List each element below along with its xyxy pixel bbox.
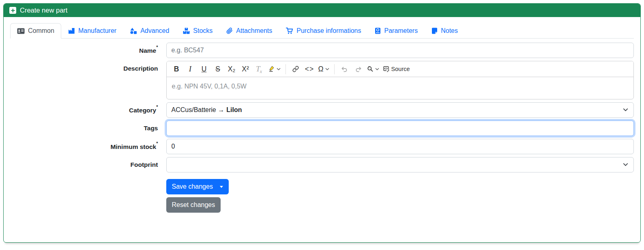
highlight-button[interactable] bbox=[266, 63, 282, 75]
tab-label: Notes bbox=[441, 27, 458, 34]
undo-button[interactable] bbox=[338, 63, 351, 75]
category-value: ACCus/Batterie → bbox=[172, 106, 225, 114]
minimum-stock-row: Minimum stock* bbox=[10, 139, 634, 154]
code-button[interactable]: <> bbox=[303, 63, 316, 75]
strikethrough-button[interactable]: S bbox=[211, 63, 225, 75]
remove-format-button[interactable]: Tx bbox=[253, 63, 266, 75]
card-header: Create new part bbox=[4, 4, 640, 17]
editor-toolbar: B I U S X₂ X² Tx bbox=[167, 61, 634, 77]
description-row: Description B I U S X₂ X² Tx bbox=[10, 61, 634, 99]
superscript-button[interactable]: X² bbox=[239, 63, 252, 75]
tab-label: Parameters bbox=[384, 27, 418, 34]
caret-down-icon bbox=[220, 186, 223, 188]
name-row: Name* bbox=[10, 43, 634, 58]
id-card-icon bbox=[17, 28, 25, 34]
bold-button[interactable]: B bbox=[170, 63, 183, 75]
special-characters-button[interactable]: Ω bbox=[317, 63, 331, 75]
category-row: Category* ACCus/Batterie → LiIon bbox=[10, 102, 634, 118]
tab-manufacturer[interactable]: Manufacturer bbox=[61, 23, 123, 39]
toolbar-separator bbox=[286, 64, 286, 74]
cart-icon bbox=[286, 28, 293, 34]
book-icon bbox=[375, 28, 381, 34]
category-select[interactable]: ACCus/Batterie → LiIon bbox=[166, 102, 634, 118]
footprint-label: Footprint bbox=[10, 157, 166, 172]
tab-purchase-informations[interactable]: Purchase informations bbox=[279, 23, 368, 39]
tags-input[interactable] bbox=[166, 121, 634, 136]
plus-square-icon bbox=[9, 7, 16, 14]
tab-bar: Common Manufacturer Advanced Stocks bbox=[10, 23, 634, 39]
factory-icon bbox=[68, 28, 75, 34]
tab-attachments[interactable]: Attachments bbox=[219, 23, 279, 39]
tab-parameters[interactable]: Parameters bbox=[368, 23, 425, 39]
tab-common[interactable]: Common bbox=[10, 23, 61, 39]
shapes-icon bbox=[130, 28, 137, 34]
toolbar-separator bbox=[334, 64, 335, 74]
card-body: Common Manufacturer Advanced Stocks bbox=[4, 17, 640, 229]
page-title: Create new part bbox=[20, 6, 67, 14]
subscript-button[interactable]: X₂ bbox=[225, 63, 238, 75]
source-button[interactable]: Source bbox=[381, 63, 412, 75]
footprint-row: Footprint bbox=[10, 157, 634, 172]
chevron-down-icon bbox=[277, 68, 281, 71]
name-label: Name* bbox=[10, 43, 166, 58]
redo-button[interactable] bbox=[352, 63, 365, 75]
description-editor: B I U S X₂ X² Tx bbox=[166, 61, 634, 99]
marker-pen-icon bbox=[268, 66, 275, 72]
tags-label: Tags bbox=[10, 121, 166, 136]
category-value-bold: LiIon bbox=[226, 106, 242, 114]
chevron-down-icon bbox=[375, 68, 379, 71]
tab-label: Stocks bbox=[193, 27, 213, 34]
tab-label: Purchase informations bbox=[296, 27, 361, 34]
minimum-stock-input[interactable] bbox=[166, 139, 634, 154]
minimum-stock-label: Minimum stock* bbox=[10, 139, 166, 154]
tags-row: Tags bbox=[10, 121, 634, 136]
tab-stocks[interactable]: Stocks bbox=[176, 23, 219, 39]
tab-label: Advanced bbox=[140, 27, 169, 34]
description-input[interactable]: e.g. NPN 45V, 0,1A, 0,5W bbox=[167, 77, 634, 99]
category-label: Category* bbox=[10, 102, 166, 118]
italic-button[interactable]: I bbox=[184, 63, 197, 75]
sticky-note-icon bbox=[431, 28, 438, 34]
tab-notes[interactable]: Notes bbox=[425, 23, 465, 39]
name-input[interactable] bbox=[166, 43, 634, 58]
paperclip-icon bbox=[226, 28, 233, 34]
description-label: Description bbox=[10, 61, 166, 99]
save-button[interactable]: Save changes bbox=[166, 179, 229, 194]
footprint-select[interactable] bbox=[166, 157, 634, 172]
chevron-down-icon bbox=[325, 68, 329, 71]
tab-label: Common bbox=[28, 27, 54, 34]
find-replace-button[interactable] bbox=[365, 63, 381, 75]
boxes-icon bbox=[183, 28, 190, 34]
magnifier-icon bbox=[367, 66, 374, 72]
link-button[interactable] bbox=[289, 63, 303, 75]
create-part-card: Create new part Common Manufacturer Adv bbox=[3, 3, 641, 243]
source-code-icon bbox=[383, 66, 390, 72]
tab-advanced[interactable]: Advanced bbox=[123, 23, 176, 39]
tab-label: Attachments bbox=[236, 27, 272, 34]
underline-button[interactable]: U bbox=[197, 63, 211, 75]
reset-button[interactable]: Reset changes bbox=[166, 197, 221, 213]
form-actions: Save changes Reset changes bbox=[166, 179, 634, 213]
tab-label: Manufacturer bbox=[78, 27, 116, 34]
